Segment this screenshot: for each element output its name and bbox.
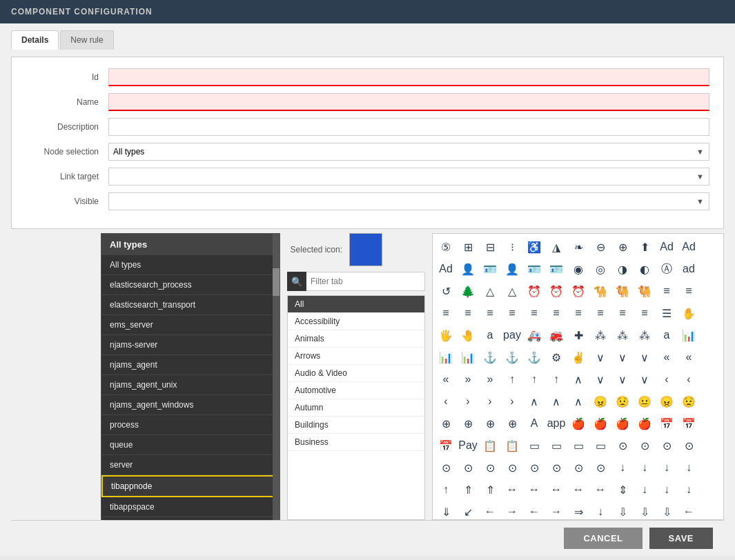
- icon-cell-80[interactable]: ∨: [612, 369, 633, 390]
- icon-cell-62[interactable]: ⚓: [480, 347, 500, 368]
- save-button[interactable]: SAVE: [649, 528, 713, 549]
- search-icon-button[interactable]: 🔍: [287, 272, 306, 291]
- icon-cell-112[interactable]: ▭: [524, 435, 545, 456]
- icon-cell-131[interactable]: ↓: [678, 457, 699, 478]
- icon-cell-84[interactable]: ‹: [435, 391, 456, 412]
- icon-cell-115[interactable]: ▭: [590, 435, 611, 456]
- icon-cell-66[interactable]: ✌: [568, 347, 589, 368]
- icon-cell-34[interactable]: ≡: [656, 281, 677, 301]
- icon-cell-148[interactable]: ←: [524, 501, 545, 520]
- icon-cell-109[interactable]: Pay: [458, 435, 478, 456]
- icon-cell-135[interactable]: ↔: [502, 479, 522, 500]
- icon-cell-11[interactable]: Ad: [678, 237, 699, 257]
- icon-cell-69[interactable]: ∨: [634, 347, 655, 368]
- icon-cell-28[interactable]: ⏰: [524, 281, 545, 301]
- icon-cell-17[interactable]: 🪪: [546, 259, 567, 279]
- icon-cell-79[interactable]: ∨: [590, 369, 611, 390]
- icon-cell-47[interactable]: ✋: [678, 303, 699, 323]
- dropdown-item-2[interactable]: elasticsearch_transport: [101, 295, 280, 315]
- icon-cell-91[interactable]: 😠: [590, 391, 611, 412]
- icon-cell-137[interactable]: ↔: [546, 479, 567, 500]
- icon-cell-61[interactable]: 📊: [458, 347, 478, 368]
- icon-cell-155[interactable]: ←: [678, 501, 699, 520]
- icon-cell-134[interactable]: ⇑: [480, 479, 500, 500]
- icon-cell-55[interactable]: ⁂: [590, 325, 611, 346]
- icon-cell-123[interactable]: ⊙: [502, 457, 522, 478]
- icon-cell-36[interactable]: ≡: [435, 303, 456, 323]
- icon-cell-142[interactable]: ↓: [656, 479, 677, 500]
- icon-cell-53[interactable]: 🚒: [546, 325, 567, 346]
- dropdown-item-1[interactable]: elasticsearch_process: [101, 275, 280, 295]
- icon-cell-18[interactable]: ◉: [568, 259, 589, 279]
- dropdown-scrollbar[interactable]: [273, 234, 280, 520]
- dropdown-item-8[interactable]: process: [101, 415, 280, 435]
- icon-cell-60[interactable]: 📊: [435, 347, 456, 368]
- tab-details[interactable]: Details: [11, 30, 59, 50]
- icon-cell-144[interactable]: ⇓: [435, 501, 456, 520]
- icon-cell-96[interactable]: ⊕: [435, 413, 456, 434]
- icon-cell-87[interactable]: ›: [502, 391, 522, 412]
- icon-cell-4[interactable]: ♿: [524, 237, 545, 257]
- filter-input[interactable]: [306, 272, 425, 291]
- name-input[interactable]: [108, 93, 709, 111]
- icon-cell-83[interactable]: ‹: [678, 369, 699, 390]
- icon-cell-0[interactable]: ⑤: [435, 237, 456, 257]
- icon-cell-125[interactable]: ⊙: [546, 457, 567, 478]
- id-input[interactable]: [108, 68, 709, 86]
- icon-cell-13[interactable]: 👤: [458, 259, 478, 279]
- icon-cell-130[interactable]: ↓: [656, 457, 677, 478]
- icon-cell-54[interactable]: ✚: [568, 325, 589, 346]
- icon-cell-56[interactable]: ⁂: [612, 325, 633, 346]
- icon-cell-57[interactable]: ⁂: [634, 325, 655, 346]
- icon-cell-64[interactable]: ⚓: [524, 347, 545, 368]
- category-item-audio-video[interactable]: Audio & Video: [288, 365, 424, 382]
- icon-cell-16[interactable]: 🪪: [524, 259, 545, 279]
- icon-cell-65[interactable]: ⚙: [546, 347, 567, 368]
- dropdown-item-6[interactable]: njams_agent_unix: [101, 375, 280, 395]
- icon-cell-37[interactable]: ≡: [458, 303, 478, 323]
- icon-cell-132[interactable]: ↑: [435, 479, 456, 500]
- icon-cell-116[interactable]: ⊙: [612, 435, 633, 456]
- icon-cell-33[interactable]: 🐫: [634, 281, 655, 301]
- icon-cell-117[interactable]: ⊙: [634, 435, 655, 456]
- dropdown-header[interactable]: All types: [101, 234, 280, 255]
- icon-cell-40[interactable]: ≡: [524, 303, 545, 323]
- dropdown-item-12[interactable]: tibappspace: [101, 497, 280, 517]
- icon-cell-29[interactable]: ⏰: [546, 281, 567, 301]
- icon-cell-122[interactable]: ⊙: [480, 457, 500, 478]
- icon-cell-150[interactable]: ⇒: [568, 501, 589, 520]
- icon-cell-86[interactable]: ›: [480, 391, 500, 412]
- icon-cell-113[interactable]: ▭: [546, 435, 567, 456]
- icon-cell-10[interactable]: Ad: [656, 237, 677, 257]
- icon-cell-85[interactable]: ›: [458, 391, 478, 412]
- icon-cell-63[interactable]: ⚓: [502, 347, 522, 368]
- icon-cell-154[interactable]: ⇩: [656, 501, 677, 520]
- icon-cell-77[interactable]: ↑: [546, 369, 567, 390]
- icon-cell-71[interactable]: «: [678, 347, 699, 368]
- icon-cell-68[interactable]: ∨: [612, 347, 633, 368]
- icon-cell-32[interactable]: 🐫: [612, 281, 633, 301]
- icon-cell-94[interactable]: 😠: [656, 391, 677, 412]
- icon-cell-108[interactable]: 📅: [435, 435, 456, 456]
- icon-cell-152[interactable]: ⇩: [612, 501, 633, 520]
- icon-cell-136[interactable]: ↔: [524, 479, 545, 500]
- icon-cell-140[interactable]: ⇕: [612, 479, 633, 500]
- icon-cell-100[interactable]: A: [524, 413, 545, 434]
- icon-cell-105[interactable]: 🍎: [634, 413, 655, 434]
- icon-cell-46[interactable]: ☰: [656, 303, 677, 323]
- icon-cell-49[interactable]: 🤚: [458, 325, 478, 346]
- icon-cell-21[interactable]: ◐: [634, 259, 655, 279]
- icon-cell-124[interactable]: ⊙: [524, 457, 545, 478]
- dropdown-item-10[interactable]: server: [101, 455, 280, 475]
- icon-cell-151[interactable]: ↓: [590, 501, 611, 520]
- icon-cell-1[interactable]: ⊞: [458, 237, 478, 257]
- icon-cell-102[interactable]: 🍎: [568, 413, 589, 434]
- icon-cell-44[interactable]: ≡: [612, 303, 633, 323]
- dropdown-item-11[interactable]: tibappnode: [101, 475, 280, 497]
- icon-cell-38[interactable]: ≡: [480, 303, 500, 323]
- category-item-automotive[interactable]: Automotive: [288, 382, 424, 399]
- icon-cell-45[interactable]: ≡: [634, 303, 655, 323]
- icon-cell-82[interactable]: ‹: [656, 369, 677, 390]
- icon-cell-111[interactable]: 📋: [502, 435, 522, 456]
- dropdown-item-3[interactable]: ems_server: [101, 315, 280, 335]
